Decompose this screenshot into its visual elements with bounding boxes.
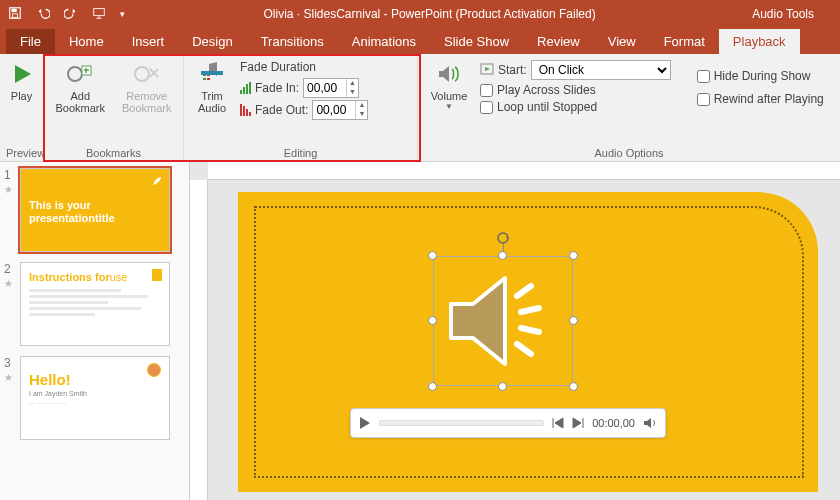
resize-handle[interactable] (428, 316, 437, 325)
slide-thumbnail-1[interactable]: This is yourpresentationtitle (20, 168, 170, 252)
remove-bookmark-icon (134, 63, 160, 85)
play-icon (11, 63, 33, 85)
trim-audio-button[interactable]: Trim Audio (190, 58, 234, 116)
avatar-icon (147, 363, 161, 377)
spinner-down-icon[interactable]: ▼ (346, 88, 358, 97)
thumb-number: 1 (4, 168, 16, 182)
fade-in-icon (240, 82, 251, 94)
fade-out-icon (240, 104, 251, 116)
hide-during-show-checkbox[interactable]: Hide During Show (697, 69, 824, 83)
loop-until-stopped-checkbox[interactable]: Loop until Stopped (480, 100, 671, 114)
tab-review[interactable]: Review (523, 29, 594, 54)
tab-design[interactable]: Design (178, 29, 246, 54)
save-icon[interactable] (6, 4, 24, 25)
tab-slideshow[interactable]: Slide Show (430, 29, 523, 54)
start-label: Start: (498, 63, 527, 77)
resize-handle[interactable] (569, 316, 578, 325)
volume-button[interactable]: Volume ▼ (424, 58, 474, 113)
tab-playback[interactable]: Playback (719, 29, 800, 54)
animation-star-icon: ★ (4, 184, 16, 195)
current-slide[interactable]: 00:00,00 (238, 192, 818, 492)
tab-animations[interactable]: Animations (338, 29, 430, 54)
resize-handle[interactable] (498, 382, 507, 391)
document-icon (149, 267, 165, 283)
resize-handle[interactable] (498, 251, 507, 260)
title-bar: ▾ Olivia · SlidesCarnival - PowerPoint (… (0, 0, 840, 28)
add-bookmark-icon (67, 63, 93, 85)
fade-in-input[interactable]: ▲▼ (303, 78, 359, 98)
player-play-button[interactable] (359, 416, 371, 430)
tab-insert[interactable]: Insert (118, 29, 179, 54)
animation-star-icon: ★ (4, 278, 16, 289)
volume-icon (437, 63, 461, 85)
fade-in-label: Fade In: (255, 81, 299, 95)
start-icon (480, 63, 494, 77)
svg-rect-2 (12, 13, 17, 17)
audio-player-bar: 00:00,00 (350, 408, 666, 438)
play-across-slides-checkbox[interactable]: Play Across Slides (480, 83, 671, 97)
player-time: 00:00,00 (592, 417, 635, 429)
window-title: Olivia · SlidesCarnival - PowerPoint (Pr… (127, 7, 732, 21)
fade-in-value[interactable] (304, 81, 346, 95)
player-volume-icon[interactable] (643, 417, 657, 429)
spinner-up-icon[interactable]: ▲ (346, 79, 358, 88)
rewind-after-playing-checkbox[interactable]: Rewind after Playing (697, 92, 824, 106)
slide-canvas[interactable]: 00:00,00 (190, 162, 840, 500)
tab-transitions[interactable]: Transitions (247, 29, 338, 54)
tab-file[interactable]: File (6, 29, 55, 54)
redo-icon[interactable] (62, 4, 80, 25)
tab-home[interactable]: Home (55, 29, 118, 54)
tab-format[interactable]: Format (650, 29, 719, 54)
undo-icon[interactable] (34, 4, 52, 25)
vertical-ruler (190, 180, 208, 500)
start-select[interactable]: On Click (531, 60, 671, 80)
remove-bookmark-button[interactable]: Remove Bookmark (117, 58, 178, 116)
player-prev-button[interactable] (552, 417, 564, 429)
workarea: 1★ This is yourpresentationtitle 2★ Inst… (0, 162, 840, 500)
player-seek-track[interactable] (379, 420, 544, 426)
player-next-button[interactable] (572, 417, 584, 429)
trim-audio-label: Trim Audio (198, 90, 226, 114)
svg-point-4 (68, 67, 82, 81)
slide-thumbnail-2[interactable]: Instructions foruse (20, 262, 170, 346)
speaker-icon (441, 262, 565, 380)
start-slideshow-icon[interactable] (90, 4, 108, 25)
fade-out-input[interactable]: ▲▼ (312, 100, 368, 120)
rotate-handle-icon[interactable] (497, 232, 509, 244)
play-label: Play (11, 90, 32, 102)
add-bookmark-button[interactable]: Add Bookmark (50, 58, 111, 116)
fade-out-label: Fade Out: (255, 103, 308, 117)
fade-out-value[interactable] (313, 103, 355, 117)
audio-object[interactable] (433, 256, 573, 386)
resize-handle[interactable] (569, 382, 578, 391)
animation-star-icon: ★ (4, 372, 16, 383)
svg-rect-1 (12, 8, 17, 12)
resize-handle[interactable] (428, 382, 437, 391)
qat-dropdown-icon[interactable]: ▾ (118, 7, 127, 21)
quick-access-toolbar: ▾ (6, 4, 127, 25)
group-preview-label: Preview (6, 145, 37, 159)
svg-point-6 (135, 67, 149, 81)
group-audio-options-label: Audio Options (424, 145, 834, 159)
horizontal-ruler (208, 162, 840, 180)
volume-label: Volume (431, 90, 468, 102)
group-editing-label: Editing (190, 145, 411, 159)
resize-handle[interactable] (569, 251, 578, 260)
resize-handle[interactable] (428, 251, 437, 260)
svg-rect-9 (152, 269, 162, 281)
rocket-icon (149, 173, 165, 189)
play-button[interactable]: Play (6, 58, 37, 104)
thumb-number: 2 (4, 262, 16, 276)
slide-thumbnails-pane: 1★ This is yourpresentationtitle 2★ Inst… (0, 162, 190, 500)
trim-audio-icon (199, 62, 225, 86)
spinner-down-icon[interactable]: ▼ (355, 110, 367, 119)
spinner-up-icon[interactable]: ▲ (355, 101, 367, 110)
svg-rect-7 (201, 71, 223, 75)
tab-view[interactable]: View (594, 29, 650, 54)
ribbon-tabs: File Home Insert Design Transitions Anim… (0, 28, 840, 54)
add-bookmark-label: Add Bookmark (55, 90, 105, 114)
chevron-down-icon: ▼ (445, 102, 453, 111)
fade-duration-label: Fade Duration (240, 60, 368, 74)
remove-bookmark-label: Remove Bookmark (122, 90, 172, 114)
slide-thumbnail-3[interactable]: Hello! I am Jayden Smith — — — — — (20, 356, 170, 440)
